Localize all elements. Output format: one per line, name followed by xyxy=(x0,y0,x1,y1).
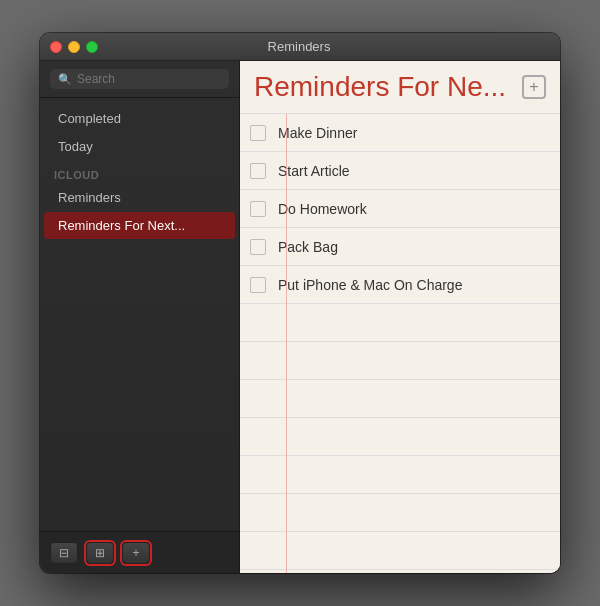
empty-line-7 xyxy=(240,532,560,570)
empty-line-4 xyxy=(240,418,560,456)
reminders-list: Make Dinner Start Article Do Homework Pa… xyxy=(240,114,560,573)
reminder-item-4: Pack Bag xyxy=(240,228,560,266)
photo-button[interactable]: ⊟ xyxy=(50,542,78,564)
search-wrapper[interactable]: 🔍 xyxy=(50,69,229,89)
sidebar-section-icloud: iCloud xyxy=(40,161,239,183)
add-icon: + xyxy=(529,78,538,96)
sidebar-item-completed[interactable]: Completed xyxy=(44,105,235,132)
main-area: 🔍 Completed Today iCloud Reminders xyxy=(40,61,560,573)
grid-icon: ⊞ xyxy=(95,546,105,560)
photo-icon: ⊟ xyxy=(59,546,69,560)
reminder-text-5: Put iPhone & Mac On Charge xyxy=(278,277,462,293)
reminder-checkbox-1[interactable] xyxy=(250,125,266,141)
list-title: Reminders For Ne... xyxy=(254,71,522,103)
reminder-checkbox-3[interactable] xyxy=(250,201,266,217)
add-list-button[interactable]: + xyxy=(122,542,150,564)
sidebar-list: Completed Today iCloud Reminders Reminde… xyxy=(40,98,239,531)
empty-line-3 xyxy=(240,380,560,418)
window-title: Reminders xyxy=(98,39,500,54)
reminder-checkbox-4[interactable] xyxy=(250,239,266,255)
reminder-text-3: Do Homework xyxy=(278,201,367,217)
reminder-item-2: Start Article xyxy=(240,152,560,190)
sidebar-footer: ⊟ ⊞ + xyxy=(40,531,239,573)
content-header: Reminders For Ne... + xyxy=(240,61,560,114)
reminder-checkbox-2[interactable] xyxy=(250,163,266,179)
sidebar-item-today[interactable]: Today xyxy=(44,133,235,160)
traffic-lights xyxy=(50,41,98,53)
reminder-item-3: Do Homework xyxy=(240,190,560,228)
empty-line-5 xyxy=(240,456,560,494)
reminder-text-2: Start Article xyxy=(278,163,350,179)
search-bar: 🔍 xyxy=(40,61,239,98)
app-window: Reminders 🔍 Completed Today iCloud xyxy=(40,33,560,573)
reminder-item-5: Put iPhone & Mac On Charge xyxy=(240,266,560,304)
reminder-text-4: Pack Bag xyxy=(278,239,338,255)
sidebar: 🔍 Completed Today iCloud Reminders xyxy=(40,61,240,573)
titlebar: Reminders xyxy=(40,33,560,61)
empty-line-6 xyxy=(240,494,560,532)
content-area: Reminders For Ne... + Make Dinner Start … xyxy=(240,61,560,573)
sidebar-item-reminders[interactable]: Reminders xyxy=(44,184,235,211)
reminder-checkbox-5[interactable] xyxy=(250,277,266,293)
empty-line-1 xyxy=(240,304,560,342)
plus-icon: + xyxy=(132,546,139,560)
reminder-item-1: Make Dinner xyxy=(240,114,560,152)
search-icon: 🔍 xyxy=(58,73,72,86)
minimize-button[interactable] xyxy=(68,41,80,53)
sidebar-item-reminders-for-next[interactable]: Reminders For Next... xyxy=(44,212,235,239)
maximize-button[interactable] xyxy=(86,41,98,53)
reminder-text-1: Make Dinner xyxy=(278,125,357,141)
search-input[interactable] xyxy=(77,72,221,86)
empty-line-2 xyxy=(240,342,560,380)
grid-button[interactable]: ⊞ xyxy=(86,542,114,564)
add-reminder-button[interactable]: + xyxy=(522,75,546,99)
close-button[interactable] xyxy=(50,41,62,53)
